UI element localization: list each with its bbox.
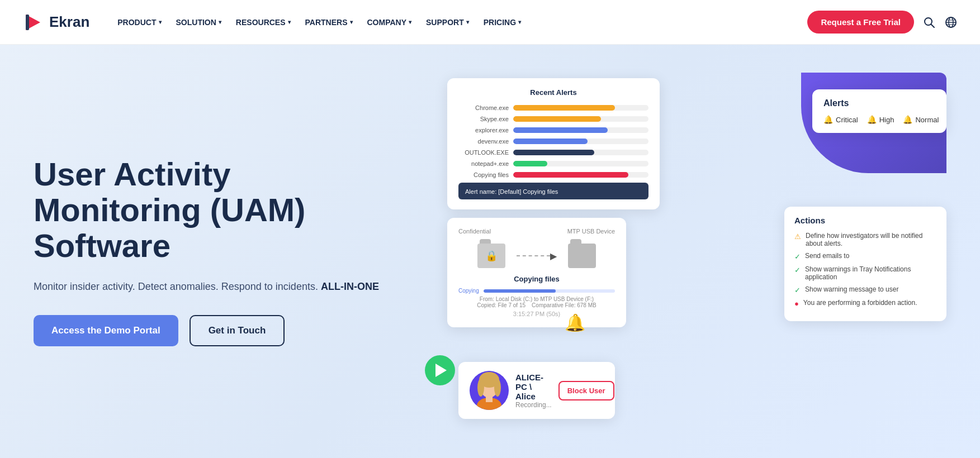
alert-row: Skype.exe bbox=[458, 116, 648, 122]
demo-portal-button[interactable]: Access the Demo Portal bbox=[34, 315, 178, 346]
hero-buttons: Access the Demo Portal Get in Touch bbox=[34, 315, 391, 346]
get-in-touch-button[interactable]: Get in Touch bbox=[190, 315, 285, 346]
alerts-legend-title: Alerts bbox=[823, 98, 935, 108]
actions-title: Actions bbox=[794, 216, 936, 225]
alice-recording-card: ALICE-PC \ Alice Recording... Block User bbox=[458, 362, 615, 419]
chevron-down-icon: ▾ bbox=[350, 19, 353, 25]
language-button[interactable] bbox=[944, 16, 958, 29]
nav-item-product[interactable]: PRODUCT ▾ bbox=[112, 13, 167, 31]
play-button[interactable] bbox=[425, 355, 455, 385]
alert-bar-wrap bbox=[513, 161, 648, 166]
alert-label: explorer.exe bbox=[458, 127, 509, 133]
svg-rect-15 bbox=[486, 395, 493, 402]
alert-row: Copying files bbox=[458, 171, 648, 178]
alice-status: Recording... bbox=[515, 401, 552, 409]
action-text: You are performing a forbidden action. bbox=[803, 299, 917, 307]
alice-avatar-image bbox=[470, 371, 509, 410]
alice-avatar bbox=[470, 371, 509, 410]
alert-bar bbox=[513, 139, 588, 144]
nav-item-resources[interactable]: RESOURCES ▾ bbox=[230, 13, 296, 31]
alert-bar-wrap bbox=[513, 172, 648, 178]
alert-bar-wrap bbox=[513, 127, 648, 133]
alice-row: ALICE-PC \ Alice Recording... Block User bbox=[470, 371, 604, 410]
copy-title: Copying files bbox=[458, 275, 615, 283]
nav-item-solution[interactable]: SOLUTION ▾ bbox=[171, 13, 227, 31]
actions-list: ⚠ Define how investigators will be notif… bbox=[794, 232, 936, 308]
alert-label: devenv.exe bbox=[458, 138, 509, 145]
chevron-down-icon: ▾ bbox=[466, 19, 469, 25]
legend-high: 🔔 High bbox=[867, 115, 894, 124]
hero-title: User Activity Monitoring (UAM) Software bbox=[34, 156, 391, 263]
hero-left: User Activity Monitoring (UAM) Software … bbox=[34, 156, 391, 346]
warn-icon: ⚠ bbox=[794, 232, 801, 241]
ekran-logo-icon bbox=[22, 12, 44, 33]
svg-rect-1 bbox=[26, 15, 29, 30]
action-item: ● You are performing a forbidden action. bbox=[794, 299, 936, 308]
copy-header: Confidential MTP USB Device bbox=[458, 228, 615, 235]
chevron-down-icon: ▾ bbox=[409, 19, 411, 25]
nav-item-pricing[interactable]: PRICING ▾ bbox=[478, 13, 527, 31]
alerts-legend-card: Alerts 🔔 Critical 🔔 High 🔔 Normal bbox=[812, 89, 946, 133]
action-item: ⚠ Define how investigators will be notif… bbox=[794, 232, 936, 247]
alert-row: OUTLOOK.EXE bbox=[458, 149, 648, 156]
logo-text: Ekran bbox=[49, 13, 89, 31]
alert-label: Chrome.exe bbox=[458, 104, 509, 111]
alert-bar-wrap bbox=[513, 139, 648, 144]
copy-files-card: Confidential MTP USB Device 🔒 ▶ Copying … bbox=[447, 218, 626, 327]
nav-item-support[interactable]: SUPPORT ▾ bbox=[420, 13, 475, 31]
action-item: ✓ Show warnings in Tray Notifications ap… bbox=[794, 265, 936, 281]
hero-right-mockups: Recent Alerts Chrome.exe Skype.exe explo… bbox=[414, 73, 946, 430]
chevron-down-icon: ▾ bbox=[159, 19, 162, 25]
navbar: Ekran PRODUCT ▾ SOLUTION ▾ RESOURCES ▾ P… bbox=[0, 0, 980, 45]
nav-item-company[interactable]: COMPANY ▾ bbox=[362, 13, 418, 31]
nav-links: PRODUCT ▾ SOLUTION ▾ RESOURCES ▾ PARTNER… bbox=[112, 13, 807, 31]
hero-section: User Activity Monitoring (UAM) Software … bbox=[0, 45, 980, 458]
request-trial-button[interactable]: Request a Free Trial bbox=[807, 11, 914, 34]
alert-bar bbox=[513, 116, 601, 122]
nav-item-partners[interactable]: PARTNERS ▾ bbox=[300, 13, 358, 31]
bell-normal-icon: 🔔 bbox=[903, 115, 912, 124]
copy-visual: 🔒 ▶ bbox=[458, 244, 615, 268]
recent-alerts-card: Recent Alerts Chrome.exe Skype.exe explo… bbox=[447, 78, 660, 209]
bell-notification-icon: 🔔 bbox=[565, 313, 585, 332]
copy-time: 3:15:27 PM (50s) bbox=[458, 311, 615, 317]
alice-info: ALICE-PC \ Alice Recording... bbox=[515, 373, 552, 409]
svg-line-3 bbox=[931, 24, 935, 27]
copy-dashed-line bbox=[517, 255, 550, 256]
nav-actions: Request a Free Trial bbox=[807, 11, 958, 34]
source-folder-icon: 🔒 bbox=[477, 244, 505, 268]
alert-bar bbox=[513, 161, 547, 166]
alert-bar-wrap bbox=[513, 150, 648, 155]
alert-tooltip: Alert name: [Default] Copying files bbox=[458, 183, 648, 199]
chevron-down-icon: ▾ bbox=[518, 19, 521, 25]
search-icon bbox=[923, 16, 935, 28]
alert-row: notepad+.exe bbox=[458, 160, 648, 167]
bell-critical-icon: 🔔 bbox=[823, 115, 833, 124]
legend-normal: 🔔 Normal bbox=[903, 115, 939, 124]
action-text: Show warning message to user bbox=[805, 285, 898, 293]
check-icon: ✓ bbox=[794, 252, 801, 261]
hero-subtitle: Monitor insider activity. Detect anomali… bbox=[34, 279, 391, 295]
alert-row: devenv.exe bbox=[458, 138, 648, 145]
action-text: Send emails to bbox=[805, 252, 849, 260]
copy-info: From: Local Disk (C:) to MTP USB Device … bbox=[458, 296, 615, 308]
copy-progress-row: Copying bbox=[458, 288, 615, 294]
alert-label: Copying files bbox=[458, 171, 509, 178]
svg-point-12 bbox=[477, 379, 484, 397]
alert-bar bbox=[513, 150, 594, 155]
action-text: Show warnings in Tray Notifications appl… bbox=[805, 265, 936, 281]
alert-bar bbox=[513, 105, 615, 111]
legend-items: 🔔 Critical 🔔 High 🔔 Normal bbox=[823, 115, 935, 124]
block-user-button[interactable]: Block User bbox=[558, 381, 614, 400]
svg-point-13 bbox=[494, 379, 501, 397]
search-button[interactable] bbox=[923, 16, 935, 28]
alert-bar bbox=[513, 172, 628, 178]
globe-icon bbox=[944, 16, 958, 29]
alert-row: Chrome.exe bbox=[458, 104, 648, 111]
bell-high-icon: 🔔 bbox=[867, 115, 877, 124]
logo[interactable]: Ekran bbox=[22, 12, 89, 33]
alert-bar bbox=[513, 127, 608, 133]
check-icon: ✓ bbox=[794, 286, 801, 294]
check-icon: ✓ bbox=[794, 266, 801, 274]
alert-label: OUTLOOK.EXE bbox=[458, 149, 509, 156]
